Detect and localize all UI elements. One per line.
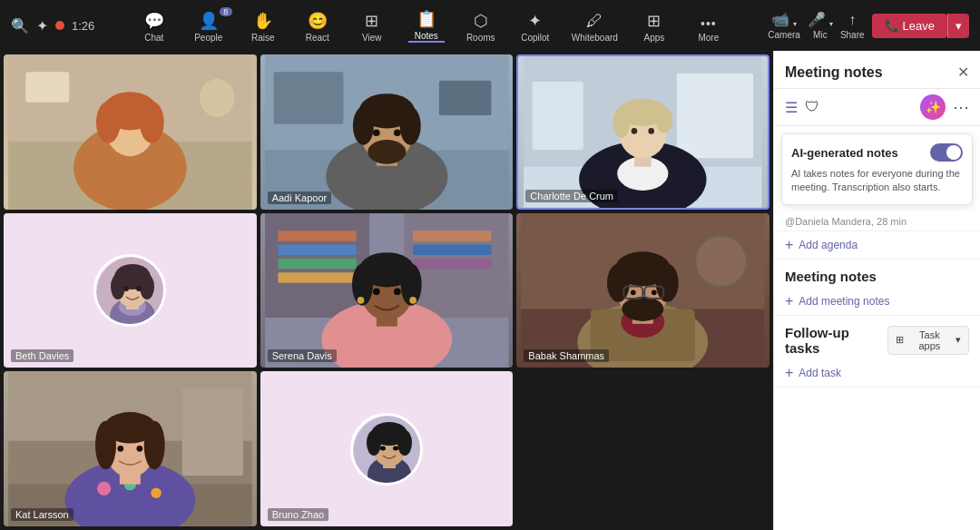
- call-timer: 1:26: [72, 19, 94, 33]
- notes-icon: 📋: [416, 9, 436, 29]
- react-label: React: [306, 33, 329, 43]
- svg-point-81: [652, 290, 657, 295]
- share-label: Share: [840, 30, 865, 40]
- mic-chevron[interactable]: ▾: [829, 20, 833, 28]
- svg-point-105: [393, 446, 398, 450]
- svg-point-44: [136, 286, 142, 291]
- svg-rect-54: [413, 259, 491, 270]
- svg-point-19: [368, 140, 406, 164]
- svg-rect-50: [278, 272, 356, 283]
- add-agenda-label: Add agenda: [799, 239, 858, 251]
- svg-point-104: [380, 446, 386, 450]
- ai-magic-icon[interactable]: ✨: [920, 94, 946, 120]
- view-label: View: [362, 33, 382, 43]
- task-apps-chevron: ▾: [956, 334, 961, 346]
- svg-point-64: [394, 288, 401, 295]
- view-icon: ⊞: [365, 11, 378, 31]
- nav-rooms[interactable]: ⬡ Rooms: [463, 11, 499, 43]
- svg-point-102: [367, 430, 381, 456]
- whiteboard-icon: 🖊: [586, 12, 603, 31]
- raise-label: Raise: [251, 33, 275, 43]
- nav-whiteboard[interactable]: 🖊 Whiteboard: [572, 12, 618, 43]
- participant-name-charlotte: Charlotte De Crum: [525, 190, 618, 202]
- add-task-section: + Add task: [774, 359, 980, 388]
- agenda-hint: @Daniela Mandera, 28 min: [774, 212, 980, 231]
- notes-label: Notes: [415, 31, 438, 41]
- svg-point-3: [200, 79, 234, 117]
- nav-apps[interactable]: ⊞ Apps: [636, 11, 672, 43]
- nav-view[interactable]: ⊞ View: [354, 11, 390, 43]
- mic-icon: 🎤: [808, 11, 826, 28]
- svg-point-42: [140, 274, 154, 299]
- camera-control[interactable]: 📹 ▾ Camera: [768, 11, 800, 40]
- people-icon: 👤: [199, 11, 219, 31]
- add-task-button[interactable]: + Add task: [785, 365, 969, 381]
- camera-icon: 📹: [771, 11, 789, 28]
- video-cell-bruno: Bruno Zhao: [260, 371, 514, 526]
- nav-raise[interactable]: ✋ Raise: [245, 11, 281, 43]
- task-apps-button[interactable]: ⊞ Task apps ▾: [887, 326, 969, 355]
- video-cell-babak: Babak Shammas: [516, 213, 769, 368]
- bruno-avatar: [350, 413, 423, 486]
- leave-button[interactable]: 📞 Leave: [872, 14, 947, 38]
- ai-notes-toggle[interactable]: [930, 143, 963, 162]
- svg-point-63: [373, 288, 380, 295]
- apps-label: Apps: [643, 33, 664, 43]
- svg-point-96: [137, 446, 143, 452]
- search-icon[interactable]: 🔍: [11, 17, 29, 34]
- svg-point-31: [613, 107, 631, 138]
- video-cell-charlotte: Charlotte De Crum: [516, 54, 769, 210]
- followup-title: Follow-up tasks: [785, 325, 887, 356]
- camera-chevron[interactable]: ▾: [793, 20, 797, 28]
- people-label: People: [194, 33, 222, 43]
- svg-rect-11: [273, 72, 343, 124]
- participant-name-bruno: Bruno Zhao: [268, 508, 328, 521]
- participant-name-aadi: Aadi Kapoor: [268, 191, 332, 204]
- share-control[interactable]: ↑ Share: [840, 12, 865, 40]
- svg-point-103: [397, 430, 412, 456]
- nav-chat[interactable]: 💬 Chat: [136, 11, 172, 43]
- add-task-label: Add task: [799, 367, 841, 379]
- plus-icon-task: +: [785, 365, 793, 381]
- more-options-icon[interactable]: ⋯: [953, 97, 969, 117]
- apps-icon: ⊞: [647, 11, 661, 31]
- mic-label: Mic: [813, 30, 828, 40]
- ai-notes-popup: AI-generated notes AI takes notes for ev…: [781, 133, 973, 205]
- svg-point-62: [409, 297, 416, 304]
- add-meeting-notes-button[interactable]: + Add meeting notes: [785, 293, 969, 309]
- participant-name-beth: Beth Davies: [11, 349, 74, 362]
- effects-icon[interactable]: ✦: [36, 17, 48, 34]
- svg-point-41: [111, 274, 125, 299]
- add-agenda-section: + Add agenda: [774, 231, 980, 260]
- nav-more[interactable]: ••• More: [691, 16, 727, 43]
- meeting-notes-section-title: Meeting notes: [774, 260, 980, 288]
- panel-header: Meeting notes ✕: [774, 51, 980, 89]
- svg-point-87: [97, 482, 111, 496]
- svg-point-33: [632, 128, 638, 134]
- panel-title: Meeting notes: [785, 64, 883, 81]
- svg-point-95: [117, 446, 123, 452]
- svg-rect-49: [278, 259, 356, 270]
- chat-icon: 💬: [144, 11, 164, 31]
- shield-icon[interactable]: 🛡: [805, 99, 819, 115]
- nav-react[interactable]: 😊 React: [299, 11, 336, 43]
- participant-name-kat: Kat Larsson: [11, 508, 74, 521]
- close-panel-button[interactable]: ✕: [957, 64, 969, 81]
- svg-point-93: [95, 421, 116, 470]
- svg-rect-23: [677, 74, 753, 159]
- participant-name-serena: Serena Davis: [268, 349, 337, 362]
- svg-point-76: [622, 297, 664, 321]
- share-icon: ↑: [848, 12, 856, 28]
- mic-control[interactable]: 🎤 ▾ Mic: [808, 11, 833, 40]
- add-agenda-button[interactable]: + Add agenda: [785, 237, 969, 253]
- svg-point-75: [656, 263, 679, 301]
- video-grid: Aadi Kapoor: [0, 51, 773, 530]
- video-cell-self: [4, 54, 257, 210]
- nav-people[interactable]: 👤 8 People: [191, 11, 227, 43]
- nav-copilot[interactable]: ✦ Copilot: [517, 11, 554, 43]
- svg-point-20: [373, 129, 380, 136]
- leave-dropdown-button[interactable]: ▾: [947, 14, 969, 38]
- add-meeting-notes-section: + Add meeting notes: [774, 288, 980, 316]
- notes-tab-icon[interactable]: ☰: [785, 99, 798, 116]
- nav-notes[interactable]: 📋 Notes: [408, 9, 445, 43]
